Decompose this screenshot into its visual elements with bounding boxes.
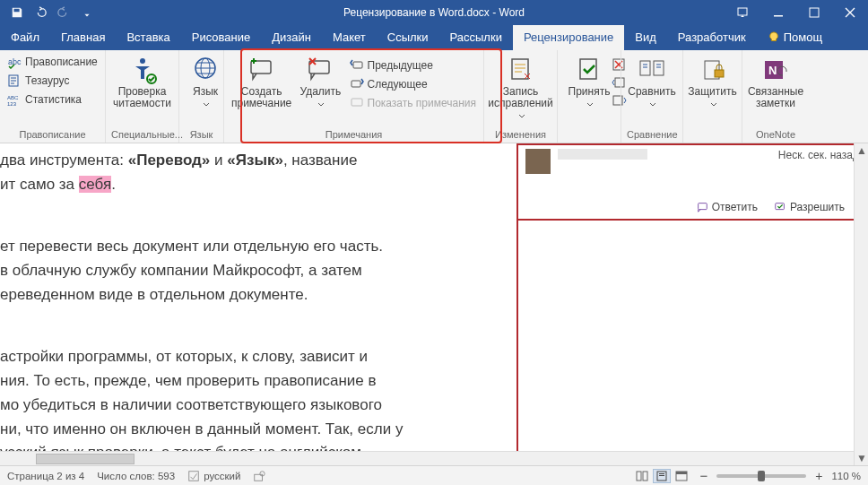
protect-button[interactable]: Защитить [689,54,736,113]
chevron-down-icon [203,100,210,111]
web-layout-button[interactable] [673,469,690,483]
redo-icon[interactable] [54,3,74,22]
compare-button[interactable]: Сравнить [627,54,677,113]
language-button[interactable]: Язык [185,54,226,113]
group-proofing-label: Правописание [5,127,100,143]
delete-comment-icon [306,56,334,84]
delete-comment-button[interactable]: Удалить [299,54,342,113]
svg-rect-32 [637,472,641,481]
zoom-slider[interactable] [716,474,806,478]
svg-rect-0 [738,8,747,15]
tab-mailings[interactable]: Рассылки [439,25,513,50]
group-compare: Сравнить Сравнение [621,50,683,143]
comments-pane: Неск. сек. назад Ответить Разрешить [516,143,866,468]
lightbulb-icon [768,31,780,44]
svg-point-7 [140,58,145,64]
svg-rect-13 [353,62,362,68]
new-comment-button[interactable]: Создать примечание [230,54,293,113]
undo-icon[interactable] [30,3,50,22]
tab-file[interactable]: Файл [0,25,50,50]
tab-references[interactable]: Ссылки [377,25,439,50]
group-language-label: Язык [185,127,218,143]
spelling-button[interactable]: abc Правописание [5,54,100,70]
scroll-up-icon[interactable]: ▲ [855,143,868,158]
statistics-button[interactable]: ABC123 Статистика [5,91,100,108]
next-comment-button[interactable]: Следующее [348,76,479,92]
word-count[interactable]: Число слов: 593 [97,471,175,481]
previous-comment-button[interactable]: Предыдущее [348,57,479,74]
group-tracking: Запись исправлений Изменения [484,50,558,143]
zoom-level[interactable]: 110 % [831,471,861,481]
zoom-out-button[interactable]: − [699,468,707,483]
tab-insert[interactable]: Вставка [116,25,180,50]
spelling-icon: abc [7,55,22,69]
minimize-icon[interactable] [760,0,796,25]
group-comments: Создать примечание Удалить Предыдущее Сл… [224,50,484,143]
proofing-status-icon [187,470,200,482]
tab-home[interactable]: Главная [50,25,116,50]
svg-rect-2 [810,8,819,17]
language-icon [191,56,220,84]
svg-rect-16 [512,59,528,79]
svg-rect-29 [189,471,199,481]
comment-author [558,149,647,160]
svg-text:ABC: ABC [7,95,19,100]
svg-rect-35 [659,473,664,474]
print-layout-button[interactable] [653,469,671,483]
highlighted-text: себя [79,176,111,193]
accept-icon [575,56,603,84]
group-accessibility: Проверка читаемости Специальные... [106,50,179,143]
qat-dropdown-icon[interactable] [77,3,97,22]
group-onenote: N Связанные заметки OneNote [742,50,809,143]
scroll-down-icon[interactable]: ▼ [855,451,868,465]
page-indicator[interactable]: Страница 2 из 4 [7,471,84,481]
tab-developer[interactable]: Разработчик [667,25,757,50]
thesaurus-icon [7,74,22,88]
svg-rect-28 [776,204,785,210]
comment-card[interactable]: Неск. сек. назад [518,143,866,197]
reply-button[interactable]: Ответить [696,201,758,213]
svg-rect-33 [643,472,647,481]
group-tracking-label: Изменения [490,127,551,143]
chevron-down-icon [518,111,525,123]
read-mode-button[interactable] [633,469,651,483]
tab-draw[interactable]: Рисование [181,25,261,50]
compare-icon [638,56,666,84]
view-mode-buttons [633,469,690,483]
document-body[interactable]: два инструмента: «Перевод» и «Язык», наз… [0,143,516,468]
onenote-button[interactable]: N Связанные заметки [748,54,803,111]
track-changes-button[interactable]: Запись исправлений [490,54,551,126]
tab-layout[interactable]: Макет [322,25,377,50]
close-icon[interactable] [832,0,868,25]
track-changes-icon [507,56,535,84]
maximize-icon[interactable] [796,0,832,25]
quick-access-toolbar [0,3,97,22]
zoom-slider-knob[interactable] [758,471,765,481]
ribbon: abc Правописание Тезаурус ABC123 Статист… [0,50,868,143]
previous-comment-icon [350,58,364,73]
readability-button[interactable]: Проверка читаемости [111,54,173,111]
accept-button[interactable]: Принять [563,54,615,113]
thesaurus-button[interactable]: Тезаурус [5,73,100,89]
next-comment-icon [350,77,364,91]
tab-help[interactable]: Помощ [757,25,833,50]
statistics-icon: ABC123 [7,92,22,107]
language-indicator[interactable]: русский [187,470,240,482]
svg-text:N: N [768,64,777,77]
tab-view[interactable]: Вид [624,25,667,50]
horizontal-scrollbar[interactable] [0,451,854,465]
svg-rect-24 [715,70,724,77]
vertical-scrollbar[interactable]: ▲ ▼ [854,143,868,465]
group-accessibility-label: Специальные... [111,127,173,143]
tab-design[interactable]: Дизайн [261,25,322,50]
save-icon[interactable] [7,3,27,22]
resolve-button[interactable]: Разрешить [774,201,845,213]
scrollbar-thumb[interactable] [36,454,135,464]
group-protect: Защитить [683,50,742,143]
macro-recorder-icon[interactable] [253,470,265,482]
zoom-in-button[interactable]: + [815,469,822,483]
tab-review[interactable]: Рецензирование [513,25,624,50]
svg-rect-21 [640,61,650,75]
ribbon-options-icon[interactable] [725,0,760,25]
avatar [525,149,551,174]
